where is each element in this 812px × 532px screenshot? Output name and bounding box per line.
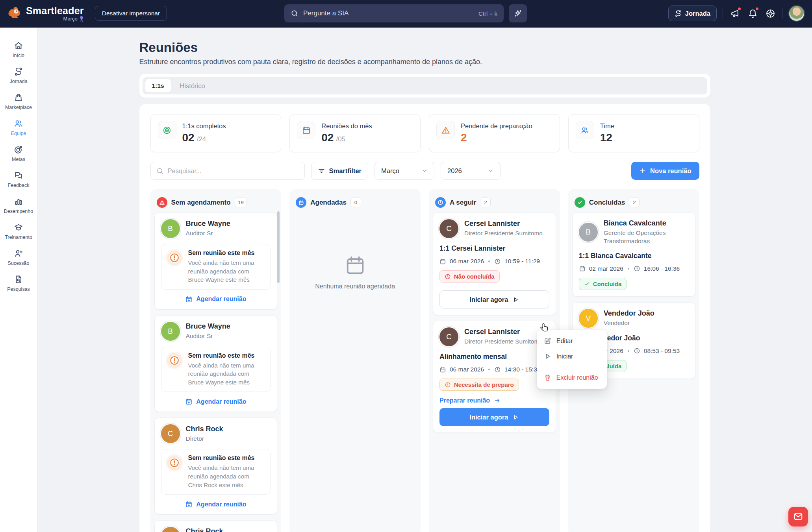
edit-icon	[544, 337, 551, 345]
new-meeting-label: Nova reunião	[650, 167, 691, 175]
help-button[interactable]	[764, 7, 776, 19]
column-scrollbar[interactable]	[277, 211, 280, 283]
sidebar-item-inicio[interactable]: Início	[1, 37, 36, 62]
tab-1-1s[interactable]: 1:1s	[145, 79, 171, 93]
schedule-meeting-link[interactable]: Agendar reunião	[161, 501, 271, 508]
sidebar-label: Feedback	[8, 183, 30, 188]
person-name: Chris Rock	[186, 527, 223, 532]
column-title: Concluídas	[589, 199, 625, 207]
no-meeting-alert: Sem reunião este mês Você ainda não tem …	[161, 347, 271, 392]
month-value: Março	[381, 167, 399, 175]
no-meeting-alert: Sem reunião este mês Você ainda não tem …	[161, 449, 271, 495]
top-navbar: Smartleader Março Desativar impersonar C…	[0, 0, 812, 27]
calendar-plus-icon	[185, 501, 193, 508]
brand[interactable]: Smartleader Março	[7, 5, 84, 22]
schedule-card[interactable]: C Chris Rock Diretor	[154, 520, 278, 532]
person-name: Cersei Lannister	[464, 220, 543, 228]
stat-label: Pendente de preparação	[461, 122, 532, 130]
stat-label: Reuniões do mês	[321, 122, 372, 130]
context-menu: Editar Iniciar Excluir reunião	[537, 330, 607, 389]
meeting-card[interactable]: C Cersei Lannister Diretor Presidente Su…	[433, 321, 556, 433]
sidebar-label: Sucessão	[8, 260, 30, 266]
user-avatar[interactable]	[788, 5, 805, 22]
column-title: Sem agendamento	[171, 199, 231, 207]
meeting-card[interactable]: B Bianca Cavalcante Gerente de Operações…	[572, 212, 695, 297]
tabs-container: 1:1s Histórico	[139, 74, 710, 98]
meeting-time: 14:30 - 15:30	[504, 366, 540, 373]
stop-impersonate-button[interactable]: Desativar impersonar	[95, 6, 167, 21]
prepare-meeting-link[interactable]: Preparar reunião	[439, 397, 549, 404]
calendar-icon	[439, 366, 446, 373]
tab-historico[interactable]: Histórico	[175, 79, 210, 93]
calendar-icon	[439, 258, 446, 265]
schedule-card[interactable]: C Chris Rock Diretor Sem reunião este mê…	[154, 417, 278, 515]
meeting-card[interactable]: C Cersei Lannister Diretor Presidente Su…	[433, 212, 556, 315]
month-select[interactable]: Março	[374, 162, 434, 180]
avatar: C	[439, 219, 458, 238]
avatar: C	[161, 527, 180, 532]
sidebar-item-marketplace[interactable]: Marketplace	[1, 89, 36, 114]
meeting-time: 16:06 - 16:36	[644, 265, 680, 272]
menu-item-editar[interactable]: Editar	[540, 333, 603, 349]
person-role: Gerente de Operações Transformadoras	[604, 229, 689, 246]
column-title: Agendadas	[310, 199, 347, 207]
warning-circle-icon	[169, 253, 180, 263]
notifications-bell-button[interactable]	[747, 7, 758, 19]
global-search[interactable]: Ctrl + k	[284, 4, 504, 22]
users-icon	[576, 121, 594, 139]
avatar: V	[579, 309, 598, 328]
start-now-label: Iniciar agora	[469, 296, 508, 303]
sidebar-item-jornada[interactable]: Jornada	[1, 63, 36, 88]
tabs-bar: 1:1s Histórico	[143, 77, 707, 94]
new-meeting-button[interactable]: Nova reunião	[631, 162, 699, 180]
alert-circle-icon	[445, 382, 451, 388]
brand-name: Smartleader	[26, 5, 84, 17]
schedule-meeting-link[interactable]: Agendar reunião	[161, 398, 271, 405]
schedule-card[interactable]: B Bruce Wayne Auditor Sr Sem reunião est…	[154, 315, 278, 412]
ai-sparkles-button[interactable]	[509, 4, 527, 22]
page-title: Reuniões	[139, 40, 710, 55]
column-count: 2	[480, 198, 491, 207]
smartfilter-button[interactable]: Smartfilter	[311, 162, 369, 180]
calendar-plus-icon	[185, 296, 193, 303]
column-sem-agendamento: Sem agendamento 19 B Bruce Wayne Auditor…	[150, 189, 282, 532]
schedule-meeting-label: Agendar reunião	[196, 296, 246, 303]
column-agendadas: Agendadas 0 Nenhuma reunião agendada	[289, 189, 421, 532]
menu-item-label: Iniciar	[556, 353, 573, 360]
filters-row: Smartfilter Março 2026 Nova reunião	[150, 162, 699, 180]
sidebar-item-equipe[interactable]: Equipe	[1, 115, 36, 140]
board-search-input[interactable]	[168, 167, 299, 175]
check-circle-icon	[575, 197, 585, 208]
sidebar-item-feedback[interactable]: Feedback	[1, 167, 36, 192]
schedule-meeting-link[interactable]: Agendar reunião	[161, 296, 271, 303]
person-role: Auditor Sr	[186, 229, 230, 238]
stat-value: 12	[600, 131, 612, 144]
start-now-button[interactable]: Iniciar agora	[439, 408, 549, 426]
person-name: Cersei Lannister	[464, 328, 543, 336]
stat-11s-completos: 1:1s completos 02/24	[150, 114, 282, 152]
start-now-button[interactable]: Iniciar agora	[439, 290, 549, 308]
avatar: B	[161, 219, 180, 238]
avatar: B	[161, 322, 180, 341]
menu-item-excluir-reuniao[interactable]: Excluir reunião	[540, 370, 603, 385]
sidebar-item-treinamento[interactable]: Treinamento	[1, 219, 36, 244]
support-chat-button[interactable]	[788, 507, 808, 526]
sidebar-label: Marketplace	[5, 105, 32, 110]
sidebar-item-metas[interactable]: Metas	[1, 141, 36, 166]
sidebar-item-sucessao[interactable]: Sucessão	[1, 245, 36, 270]
stat-suffix: /24	[197, 135, 206, 143]
menu-item-iniciar[interactable]: Iniciar	[540, 349, 603, 364]
sidebar-label: Equipe	[11, 131, 26, 136]
sidebar-item-desempenho[interactable]: Desempenho	[1, 193, 36, 218]
stat-reunioes-mes: Reuniões do mês 02/05	[289, 114, 421, 152]
announcements-button[interactable]	[729, 7, 741, 19]
board-search[interactable]	[150, 162, 305, 180]
empty-state-text: Nenhuma reunião agendada	[315, 283, 395, 290]
dot-separator	[628, 268, 629, 270]
jornada-button[interactable]: Jornada	[668, 6, 717, 21]
ribbon-icon	[79, 16, 84, 22]
global-search-input[interactable]	[303, 9, 474, 17]
sidebar-item-pesquisas[interactable]: Pesquisas	[1, 271, 36, 296]
year-select[interactable]: 2026	[441, 162, 501, 180]
schedule-card[interactable]: B Bruce Wayne Auditor Sr Sem reunião est…	[154, 212, 278, 310]
